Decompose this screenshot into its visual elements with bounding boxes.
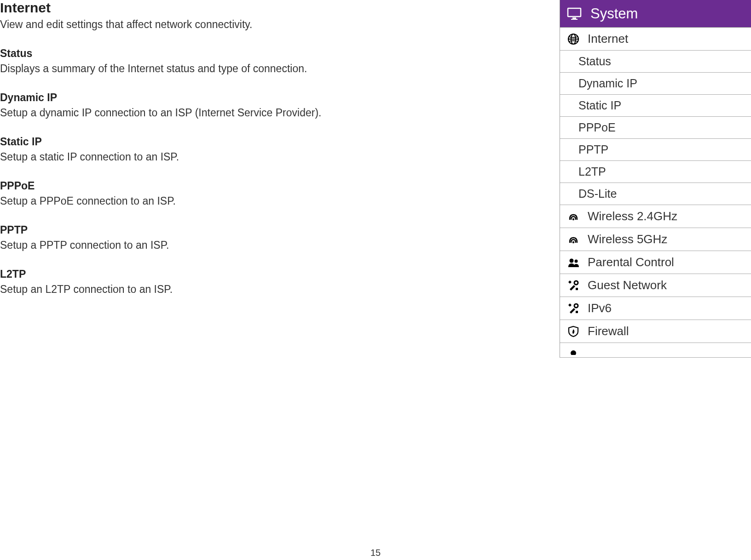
tools-icon [566,302,580,315]
sidebar-subitem-ds-lite-label: DS-Lite [578,187,617,200]
section-status-title: Status [0,47,391,60]
sidebar-subitem-static-ip-label: Static IP [578,99,621,112]
sidebar-item-wireless-24-label: Wireless 2.4GHz [588,209,677,223]
page-number: 15 [370,548,381,558]
svg-point-9 [575,259,578,263]
sidebar-item-ipv6[interactable]: IPv6 [560,297,751,320]
section-status: Status Displays a summary of the Interne… [0,47,391,75]
section-static-ip: Static IP Setup a static IP connection t… [0,136,391,163]
section-pptp: PPTP Setup a PPTP connection to an ISP. [0,224,391,251]
sidebar-item-internet-label: Internet [588,32,628,46]
svg-rect-2 [571,19,578,20]
tools-icon [566,279,580,292]
svg-rect-11 [568,280,572,283]
sidebar-subitem-pppoe[interactable]: PPPoE [560,117,751,139]
section-status-desc: Displays a summary of the Internet statu… [0,63,391,75]
shield-fire-icon [566,325,580,338]
sidebar-subitem-dynamic-ip-label: Dynamic IP [578,77,637,90]
section-l2tp-desc: Setup an L2TP connection to an ISP. [0,283,391,296]
wifi-icon [566,210,580,223]
page-subtitle: View and edit settings that affect netwo… [0,18,391,31]
sidebar-item-guest-network-label: Guest Network [588,278,667,292]
sidebar-item-guest-network[interactable]: Guest Network [560,274,751,297]
main-content: Internet View and edit settings that aff… [0,0,391,312]
section-l2tp: L2TP Setup an L2TP connection to an ISP. [0,268,391,296]
section-pppoe-desc: Setup a PPPoE connection to an ISP. [0,195,391,207]
svg-point-6 [572,218,574,220]
section-static-ip-desc: Setup a static IP connection to an ISP. [0,151,391,163]
sidebar-item-ipv6-label: IPv6 [588,301,612,315]
section-pptp-title: PPTP [0,224,391,236]
sidebar-item-wireless-24[interactable]: Wireless 2.4GHz [560,205,751,228]
sidebar-subitem-ds-lite[interactable]: DS-Lite [560,183,751,205]
wifi-icon [566,233,580,246]
section-dynamic-ip-title: Dynamic IP [0,91,391,104]
monitor-icon [566,6,582,22]
sidebar-subitem-status[interactable]: Status [560,51,751,73]
sidebar-subitem-l2tp[interactable]: L2TP [560,161,751,183]
svg-rect-1 [572,17,576,19]
section-l2tp-title: L2TP [0,268,391,280]
sidebar-subitem-status-label: Status [578,55,611,68]
partial-icon [566,345,580,358]
sidebar-item-internet[interactable]: Internet [560,28,751,51]
svg-point-10 [574,281,578,285]
sidebar-subitem-dynamic-ip[interactable]: Dynamic IP [560,73,751,95]
sidebar-subitem-l2tp-label: L2TP [578,165,606,178]
sidebar-item-partial[interactable] [560,343,751,358]
sidebar: System Internet Status Dynamic IP Static… [560,0,751,358]
svg-point-7 [572,241,574,243]
users-icon [566,256,580,269]
section-pptp-desc: Setup a PPTP connection to an ISP. [0,239,391,251]
section-pppoe: PPPoE Setup a PPPoE connection to an ISP… [0,180,391,207]
svg-rect-12 [576,288,578,290]
sidebar-item-parental-control[interactable]: Parental Control [560,251,751,274]
svg-point-16 [571,350,576,355]
section-dynamic-ip: Dynamic IP Setup a dynamic IP connection… [0,91,391,119]
svg-rect-14 [568,303,572,306]
sidebar-header-label: System [590,6,638,22]
svg-rect-15 [576,311,578,313]
svg-point-8 [570,258,574,263]
sidebar-item-parental-control-label: Parental Control [588,255,674,269]
sidebar-item-wireless-5[interactable]: Wireless 5GHz [560,228,751,251]
sidebar-subitem-pppoe-label: PPPoE [578,121,616,134]
svg-point-13 [574,304,578,308]
sidebar-subitem-pptp-label: PPTP [578,143,608,156]
sidebar-item-firewall[interactable]: Firewall [560,320,751,343]
section-pppoe-title: PPPoE [0,180,391,192]
globe-icon [566,32,580,46]
sidebar-header-system[interactable]: System [560,0,751,28]
sidebar-subitem-pptp[interactable]: PPTP [560,139,751,161]
sidebar-subitem-static-ip[interactable]: Static IP [560,95,751,117]
svg-rect-0 [568,8,581,17]
page-title: Internet [0,0,391,16]
sidebar-item-wireless-5-label: Wireless 5GHz [588,232,667,246]
section-dynamic-ip-desc: Setup a dynamic IP connection to an ISP … [0,107,391,119]
section-static-ip-title: Static IP [0,136,391,148]
sidebar-item-firewall-label: Firewall [588,324,629,338]
